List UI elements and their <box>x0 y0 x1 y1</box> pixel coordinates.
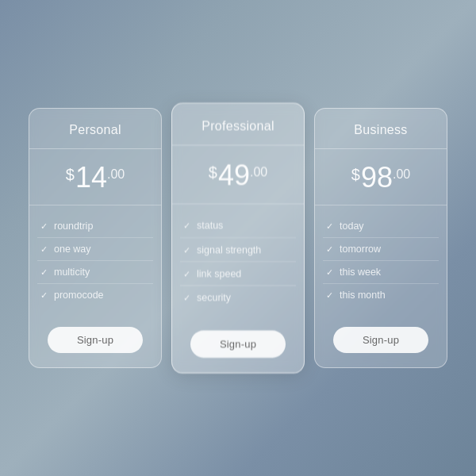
card-title-personal: Personal <box>69 123 121 136</box>
signup-section-personal: Sign-up <box>29 319 161 367</box>
feature-label: one way <box>54 244 91 255</box>
price-symbol-personal: $ <box>66 167 75 182</box>
feature-item: ✓ one way <box>37 238 153 261</box>
card-header-personal: Personal <box>29 109 161 149</box>
features-list-professional: ✓ status ✓ signal strength ✓ link speed <box>172 204 304 322</box>
price-section-personal: $14.00 <box>29 149 161 205</box>
feature-item: ✓ this month <box>323 284 439 306</box>
feature-label: tomorrow <box>340 244 381 255</box>
pricing-container: Personal $14.00 ✓ roundtrip ✓ one way <box>13 92 463 384</box>
feature-item: ✓ signal strength <box>180 238 296 262</box>
feature-item: ✓ today <box>323 215 439 238</box>
price-cents-personal: .00 <box>107 168 125 181</box>
signup-button-personal[interactable]: Sign-up <box>48 327 143 353</box>
price-cents-professional: .00 <box>250 165 267 178</box>
check-icon: ✓ <box>326 221 333 232</box>
feature-label: this week <box>340 267 381 278</box>
feature-item: ✓ security <box>180 286 296 309</box>
feature-label: security <box>197 292 231 304</box>
feature-item: ✓ link speed <box>180 262 296 286</box>
feature-label: signal strength <box>197 244 261 255</box>
check-icon: ✓ <box>183 244 190 255</box>
feature-item: ✓ roundtrip <box>37 215 153 238</box>
check-icon: ✓ <box>326 267 333 278</box>
features-list-business: ✓ today ✓ tomorrow ✓ this week ✓ <box>315 205 447 319</box>
feature-item: ✓ promocode <box>37 284 153 306</box>
signup-section-professional: Sign-up <box>172 322 304 372</box>
price-symbol-professional: $ <box>209 163 217 180</box>
check-icon: ✓ <box>183 292 190 303</box>
pricing-card-professional: Professional $49.00 ✓ status ✓ signal st… <box>171 102 305 373</box>
feature-item: ✓ tomorrow <box>323 238 439 261</box>
feature-item: ✓ multicity <box>37 261 153 284</box>
check-icon: ✓ <box>40 290 48 301</box>
feature-label: link speed <box>197 267 241 279</box>
feature-label: promocode <box>54 290 104 301</box>
feature-item: ✓ this week <box>323 261 439 284</box>
check-icon: ✓ <box>40 221 48 232</box>
signup-section-business: Sign-up <box>315 319 447 367</box>
card-title-professional: Professional <box>202 118 274 132</box>
features-list-personal: ✓ roundtrip ✓ one way ✓ multicity ✓ <box>29 205 161 319</box>
check-icon: ✓ <box>326 244 333 255</box>
feature-label: roundtrip <box>54 221 93 232</box>
feature-item: ✓ status <box>180 214 296 238</box>
price-professional: $49.00 <box>209 160 267 190</box>
check-icon: ✓ <box>40 267 48 278</box>
feature-label: multicity <box>54 267 90 278</box>
card-header-business: Business <box>315 109 447 149</box>
card-title-business: Business <box>354 123 407 136</box>
feature-label: today <box>340 221 364 232</box>
price-symbol-business: $ <box>351 167 360 182</box>
price-business: $98.00 <box>351 163 410 192</box>
signup-button-business[interactable]: Sign-up <box>333 327 428 353</box>
price-cents-business: .00 <box>393 168 410 181</box>
feature-label: this month <box>340 290 386 301</box>
price-personal: $14.00 <box>66 163 125 192</box>
pricing-card-personal: Personal $14.00 ✓ roundtrip ✓ one way <box>29 108 162 368</box>
price-section-business: $98.00 <box>315 149 447 205</box>
card-header-professional: Professional <box>172 103 304 145</box>
pricing-card-business: Business $98.00 ✓ today ✓ tomorrow <box>314 108 447 368</box>
price-section-professional: $49.00 <box>172 146 304 205</box>
feature-label: status <box>197 220 223 232</box>
check-icon: ✓ <box>326 290 333 301</box>
check-icon: ✓ <box>183 268 190 279</box>
check-icon: ✓ <box>40 244 48 255</box>
check-icon: ✓ <box>183 221 190 232</box>
signup-button-professional[interactable]: Sign-up <box>190 330 286 357</box>
